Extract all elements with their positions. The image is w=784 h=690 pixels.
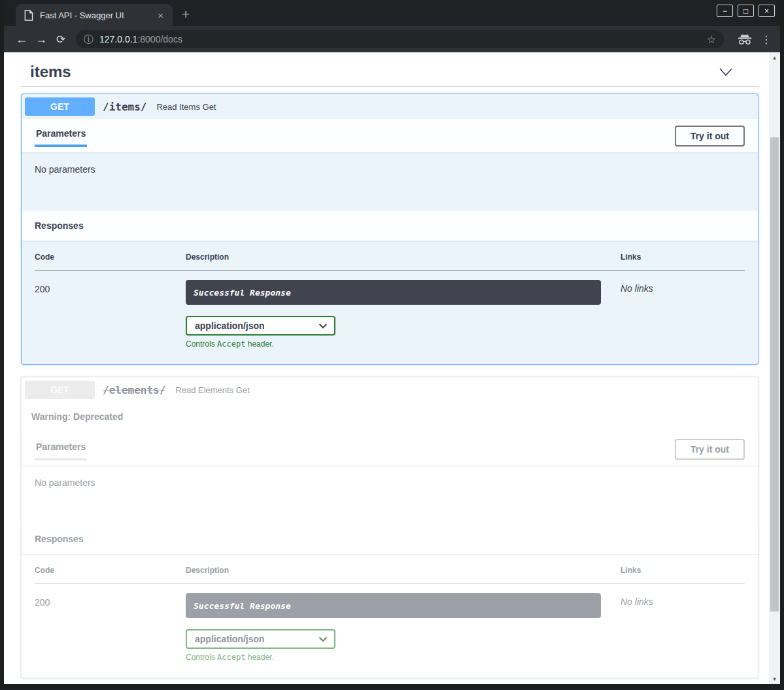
- collapse-chevron-icon[interactable]: [718, 66, 752, 78]
- opblock-get-items: GET /items/ Read Items Get Parameters Tr…: [21, 94, 758, 365]
- parameters-body: No parameters: [22, 466, 758, 524]
- parameters-body: No parameters: [22, 152, 758, 211]
- browser-titlebar: Fast API - Swagger UI × + − □ ×: [4, 0, 780, 26]
- description-header: Description: [186, 566, 621, 584]
- responses-table-wrapper: Code Description Links 200 Successful Re: [22, 241, 758, 364]
- url-path: :8000/docs: [137, 34, 182, 44]
- links-header: Links: [621, 252, 745, 271]
- chevron-down-icon: [318, 636, 328, 642]
- no-parameters-text: No parameters: [35, 164, 745, 175]
- no-parameters-text: No parameters: [35, 477, 745, 488]
- opblock-summary[interactable]: GET /items/ Read Items Get: [22, 94, 758, 119]
- tab-parameters[interactable]: Parameters: [35, 124, 87, 147]
- response-code: 200: [35, 584, 186, 663]
- minimize-button[interactable]: −: [717, 5, 733, 17]
- bookmark-star-icon[interactable]: ☆: [707, 33, 716, 46]
- response-code: 200: [35, 271, 186, 349]
- media-type-select[interactable]: application/json: [186, 629, 335, 649]
- responses-table-wrapper: Code Description Links 200 Successful Re: [22, 554, 758, 678]
- description-header: Description: [186, 252, 621, 271]
- response-row: 200 Successful Response application/json: [35, 584, 745, 663]
- responses-table: Code Description Links 200 Successful Re: [35, 252, 745, 349]
- scroll-up-icon[interactable]: ▲: [769, 52, 780, 63]
- response-row: 200 Successful Response application/json: [35, 271, 745, 349]
- try-it-out-button[interactable]: Try it out: [675, 439, 745, 460]
- close-window-button[interactable]: ×: [758, 5, 775, 17]
- links-header: Links: [621, 566, 745, 584]
- media-type-select[interactable]: application/json: [186, 316, 335, 336]
- endpoint-summary: Read Elements Get: [175, 385, 249, 395]
- tab-parameters[interactable]: Parameters: [35, 438, 87, 460]
- response-links: No links: [621, 271, 745, 349]
- accept-header-note: Controls Accept header.: [186, 339, 601, 349]
- scrollbar-thumb[interactable]: [770, 137, 779, 612]
- tab-title: Fast API - Swagger UI: [40, 10, 155, 20]
- response-description-box: Successful Response: [186, 280, 601, 305]
- try-it-out-button[interactable]: Try it out: [675, 126, 745, 147]
- tag-section-header: items: [21, 56, 758, 87]
- browser-tab[interactable]: Fast API - Swagger UI ×: [16, 4, 173, 26]
- incognito-icon: [737, 34, 753, 45]
- page-content: items GET /items/ Read Items Get Paramet…: [4, 52, 780, 684]
- section-title: items: [30, 63, 71, 81]
- parameters-header: Parameters Try it out: [22, 119, 758, 152]
- site-info-icon[interactable]: ⓘ: [84, 33, 94, 46]
- endpoint-path: /elements/: [103, 384, 165, 396]
- method-badge: GET: [25, 381, 95, 399]
- page-scrollbar[interactable]: ▲ ▼: [769, 52, 780, 684]
- browser-menu-icon[interactable]: ⋮: [760, 33, 772, 46]
- endpoint-path: /items/: [103, 101, 146, 113]
- responses-header: Responses: [22, 524, 758, 554]
- responses-header: Responses: [22, 211, 758, 241]
- endpoint-summary: Read Items Get: [156, 102, 216, 112]
- response-description-box: Successful Response: [186, 593, 601, 618]
- reload-icon[interactable]: ⟳: [51, 33, 71, 46]
- browser-window: Fast API - Swagger UI × + − □ × ← → ⟳ ⓘ …: [0, 0, 784, 690]
- url-host: 127.0.0.1: [99, 34, 137, 44]
- browser-toolbar: ← → ⟳ ⓘ 127.0.0.1:8000/docs ☆ ⋮: [4, 26, 780, 52]
- response-links: No links: [621, 584, 745, 663]
- opblock-get-elements-deprecated: GET /elements/ Read Elements Get Warning…: [21, 377, 758, 678]
- new-tab-button[interactable]: +: [182, 7, 190, 22]
- page-icon: [24, 10, 33, 21]
- maximize-button[interactable]: □: [738, 5, 754, 17]
- responses-title: Responses: [35, 220, 84, 231]
- scroll-down-icon[interactable]: ▼: [769, 674, 780, 684]
- swagger-page: items GET /items/ Read Items Get Paramet…: [4, 52, 769, 684]
- parameters-header: Parameters Try it out: [22, 432, 758, 466]
- address-bar[interactable]: ⓘ 127.0.0.1:8000/docs ☆: [76, 30, 724, 48]
- accept-header-note: Controls Accept header.: [186, 653, 601, 662]
- method-badge: GET: [25, 97, 95, 116]
- code-header: Code: [35, 566, 186, 584]
- chevron-down-icon: [318, 323, 328, 329]
- tab-close-icon[interactable]: ×: [155, 10, 166, 21]
- opblock-summary[interactable]: GET /elements/ Read Elements Get: [22, 377, 758, 402]
- deprecated-warning: Warning: Deprecated: [22, 402, 758, 432]
- window-controls: − □ ×: [717, 5, 775, 17]
- back-icon[interactable]: ←: [12, 33, 31, 46]
- responses-table: Code Description Links 200 Successful Re: [35, 566, 745, 662]
- responses-title: Responses: [35, 534, 84, 544]
- forward-icon[interactable]: →: [31, 33, 51, 46]
- code-header: Code: [35, 252, 186, 271]
